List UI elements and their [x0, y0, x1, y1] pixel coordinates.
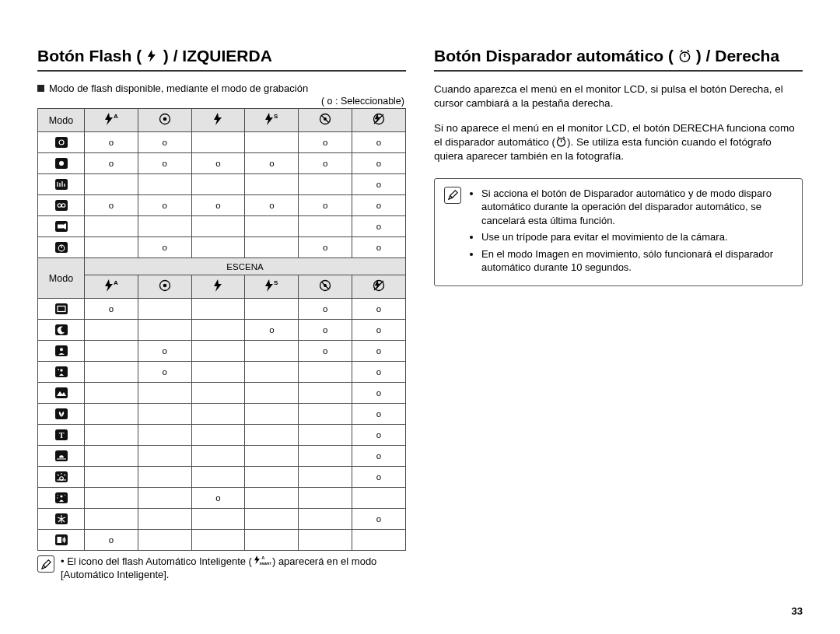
cell — [85, 488, 138, 509]
table-row: o — [38, 383, 406, 404]
cell — [299, 362, 352, 383]
heading-text: Botón Disparador automático ( — [434, 47, 674, 65]
cell: o — [352, 404, 406, 425]
col-flash-icon — [191, 275, 245, 299]
cell: o — [191, 488, 245, 509]
cell — [352, 488, 406, 509]
cell — [138, 530, 191, 551]
cell: o — [299, 341, 352, 362]
cell: o — [352, 299, 406, 320]
right-note-box: Si acciona el botón de Disparador automá… — [434, 178, 803, 286]
cell — [85, 404, 138, 425]
cell: o — [138, 237, 191, 258]
cell — [85, 320, 138, 341]
col-flash-auto-icon — [85, 109, 138, 132]
cell — [191, 216, 245, 237]
cell: o — [138, 195, 191, 216]
cell — [191, 425, 245, 446]
table-row: o — [38, 467, 406, 488]
cell: o — [352, 174, 406, 195]
cell — [245, 383, 299, 404]
col-redeye-icon — [138, 109, 191, 132]
cell — [299, 404, 352, 425]
note-icon — [37, 555, 54, 573]
self-timer-icon — [678, 48, 691, 67]
sunset-icon — [38, 446, 85, 467]
cell — [85, 216, 138, 237]
portrait-icon — [38, 341, 85, 362]
cell — [245, 467, 299, 488]
frame-icon — [38, 299, 85, 320]
cell — [191, 299, 245, 320]
cell: o — [352, 153, 406, 174]
cell — [191, 383, 245, 404]
col-redeye-fix-icon — [299, 109, 352, 132]
table-row: o — [38, 488, 406, 509]
intro-line: Modo de flash disponible, mediante el mo… — [37, 82, 406, 94]
col-flash-auto-icon — [85, 275, 138, 299]
table-row: ooo — [38, 299, 406, 320]
cell — [245, 446, 299, 467]
cell — [85, 446, 138, 467]
cell — [191, 320, 245, 341]
table-row: ooo — [38, 237, 406, 258]
dawn-icon — [38, 467, 85, 488]
backlight-icon — [38, 488, 85, 509]
cell: o — [352, 425, 406, 446]
firework-icon — [38, 509, 85, 530]
right-para-1: Cuando aparezca el menú en el monitor LC… — [434, 82, 803, 110]
heading-text: Botón Flash ( — [37, 47, 142, 65]
table-row: o — [38, 216, 406, 237]
right-para-2: Si no aparece el menú en el monitor LCD,… — [434, 121, 803, 164]
camera-a-icon — [38, 132, 85, 153]
cell — [138, 467, 191, 488]
col-flash-slow-icon — [245, 275, 299, 299]
cell — [352, 530, 406, 551]
cell — [191, 404, 245, 425]
cell: o — [299, 195, 352, 216]
col-redeye-fix-icon — [299, 275, 352, 299]
cell: o — [299, 299, 352, 320]
cell: o — [352, 195, 406, 216]
cell — [138, 488, 191, 509]
cell — [245, 299, 299, 320]
table-row: ooo — [38, 320, 406, 341]
cell: o — [352, 320, 406, 341]
cell: o — [138, 341, 191, 362]
table-row: o — [38, 509, 406, 530]
modo-header: Modo — [38, 109, 85, 132]
flash-mode-table: Modo ooooooooooooooooooooo Modo ESCENA — [37, 108, 406, 551]
cell — [245, 132, 299, 153]
cell — [138, 425, 191, 446]
cell — [191, 237, 245, 258]
cell — [138, 404, 191, 425]
cell — [85, 509, 138, 530]
cell: o — [85, 132, 138, 153]
col-no-flash-icon — [352, 109, 406, 132]
col-flash-icon — [191, 109, 245, 132]
beach-snow-icon — [38, 530, 85, 551]
legend: ( o : Seleccionable) — [37, 96, 404, 107]
cell: o — [85, 530, 138, 551]
table-row: ooo — [38, 341, 406, 362]
right-heading: Botón Disparador automático ( ) / Derech… — [434, 47, 803, 72]
timer-icon — [38, 237, 85, 258]
cell: o — [245, 320, 299, 341]
landscape-icon — [38, 383, 85, 404]
table-row: o — [38, 530, 406, 551]
cell: o — [299, 132, 352, 153]
cell: o — [352, 362, 406, 383]
heading-text: ) / IZQUIERDA — [163, 47, 272, 65]
col-redeye-icon — [138, 275, 191, 299]
cell — [85, 362, 138, 383]
cell — [245, 362, 299, 383]
cell — [299, 425, 352, 446]
cell: o — [299, 153, 352, 174]
cell — [191, 132, 245, 153]
cell — [191, 341, 245, 362]
cell: o — [352, 383, 406, 404]
closeup-icon — [38, 404, 85, 425]
cell — [245, 530, 299, 551]
cell — [299, 488, 352, 509]
cell — [138, 383, 191, 404]
